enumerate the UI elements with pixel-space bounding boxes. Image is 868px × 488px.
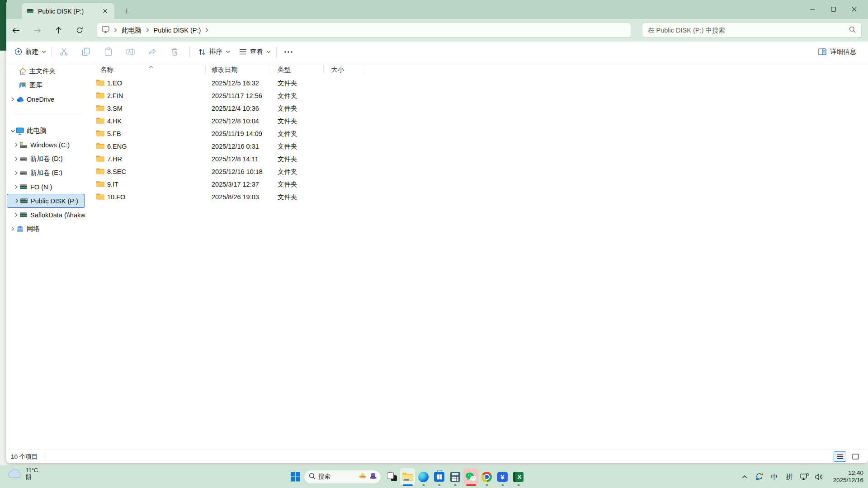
chevron-right-icon[interactable] — [14, 198, 20, 203]
drive-icon — [19, 155, 28, 163]
file-row[interactable]: 4.HK 2025/12/8 10:04 文件夹 — [90, 115, 868, 127]
status-bar: 10 个项目 — [6, 450, 868, 463]
address-bar[interactable]: 此电脑 Public DISK (P:) — [97, 23, 631, 38]
copy-button[interactable] — [78, 44, 94, 60]
excel-taskbar-icon[interactable]: X — [510, 467, 526, 487]
chevron-down-icon — [226, 50, 230, 53]
ime-language-indicator[interactable]: 中 — [769, 470, 780, 483]
network-drive-icon — [19, 211, 28, 219]
cut-button[interactable] — [56, 44, 72, 60]
file-row[interactable]: 7.HR 2025/12/8 14:11 文件夹 — [90, 153, 868, 165]
search-icon — [309, 473, 316, 481]
explorer-tab[interactable]: Public DISK (P:) — [22, 3, 114, 19]
file-explorer-taskbar-icon[interactable] — [400, 467, 415, 487]
ethernet-icon[interactable] — [798, 470, 810, 483]
weather-widget[interactable]: 11°C 阴 — [7, 467, 38, 481]
file-type: 文件夹 — [271, 180, 324, 189]
taskbar-center: 搜索 — [287, 465, 526, 488]
file-row[interactable]: 9.IT 2025/3/17 12:37 文件夹 — [90, 178, 868, 191]
sidebar-item-gallery[interactable]: 图库 — [7, 78, 85, 92]
column-header-date[interactable]: 修改日期 — [206, 65, 271, 74]
sidebar-item-network[interactable]: 网络 — [7, 222, 85, 236]
chevron-right-icon[interactable] — [113, 26, 118, 34]
chevron-right-icon[interactable] — [9, 226, 16, 231]
paste-button[interactable] — [100, 44, 116, 60]
forward-button[interactable] — [29, 23, 45, 38]
file-row[interactable]: 3.SM 2025/12/4 10:36 文件夹 — [90, 102, 868, 115]
sidebar-item-drive-d[interactable]: 新加卷 (D:) — [7, 152, 85, 166]
file-row[interactable]: 10.FO 2025/8/26 19:03 文件夹 — [90, 191, 868, 203]
close-button[interactable] — [844, 0, 864, 18]
chevron-down-icon[interactable] — [9, 129, 16, 133]
sidebar-item-onedrive[interactable]: OneDrive — [7, 92, 85, 106]
edge-taskbar-icon[interactable] — [415, 467, 431, 487]
sidebar-item-drive-e[interactable]: 新加卷 (E:) — [7, 166, 85, 180]
file-explorer-window: Public DISK (P:) — [6, 0, 868, 463]
view-button[interactable]: 查看 — [235, 44, 275, 60]
search-box[interactable]: 在 Public DISK (P:) 中搜索 — [642, 23, 862, 38]
rename-button[interactable] — [122, 44, 138, 60]
file-type: 文件夹 — [271, 79, 324, 88]
sidebar-item-drive-c[interactable]: Windows (C:) — [7, 138, 85, 152]
breadcrumb-this-pc[interactable]: 此电脑 — [122, 26, 142, 35]
sort-button[interactable]: 排序 — [193, 44, 235, 60]
column-header-size[interactable]: 大小 — [324, 65, 365, 74]
sidebar-item-drive-p-selected[interactable]: Public DISK (P:) — [7, 194, 85, 208]
details-pane-toggle[interactable]: 详细信息 — [814, 45, 860, 59]
sidebar-item-drive-saflok[interactable]: SaflokData (\\hakwe — [7, 208, 85, 222]
file-date: 2025/12/16 0:31 — [206, 143, 271, 150]
start-button[interactable] — [287, 467, 304, 487]
sidebar-item-drive-n[interactable]: FO (N:) — [7, 180, 85, 194]
chevron-right-icon[interactable] — [13, 170, 19, 175]
chevron-right-icon[interactable] — [205, 26, 209, 34]
file-row[interactable]: 6.ENG 2025/12/16 0:31 文件夹 — [90, 140, 868, 153]
ime-mode-indicator[interactable]: 拼 — [783, 470, 795, 483]
wechat-taskbar-icon[interactable] — [463, 467, 479, 487]
chevron-right-icon[interactable] — [13, 156, 19, 161]
file-row[interactable]: 2.FIN 2025/11/17 12:56 文件夹 — [90, 89, 868, 102]
new-tab-button[interactable] — [120, 5, 133, 17]
hidden-icons-chevron[interactable] — [739, 470, 750, 483]
sync-icon[interactable] — [754, 470, 765, 483]
chevron-down-icon — [42, 50, 46, 53]
delete-button[interactable] — [166, 44, 183, 60]
tab-close-button[interactable] — [100, 6, 110, 16]
sidebar-item-this-pc[interactable]: 此电脑 — [7, 124, 85, 138]
back-button[interactable] — [8, 23, 24, 38]
file-row[interactable]: 8.SEC 2025/12/16 10:18 文件夹 — [90, 165, 868, 178]
sidebar-item-home[interactable]: 主文件夹 — [7, 64, 85, 78]
network-drive-icon — [20, 197, 28, 205]
share-button[interactable] — [144, 44, 160, 60]
sidebar-separator — [6, 106, 90, 124]
chevron-right-icon[interactable] — [13, 142, 19, 147]
chevron-right-icon[interactable] — [9, 97, 16, 102]
payment-app-taskbar-icon[interactable]: ¥ — [495, 467, 510, 487]
chevron-right-icon[interactable] — [13, 212, 19, 217]
calculator-taskbar-icon[interactable] — [447, 467, 463, 487]
chevron-right-icon[interactable] — [146, 26, 150, 34]
store-taskbar-icon[interactable] — [431, 467, 447, 487]
file-row[interactable]: 5.FB 2025/11/19 14:09 文件夹 — [90, 127, 868, 140]
volume-icon[interactable] — [813, 470, 825, 483]
details-view-button[interactable] — [834, 451, 846, 462]
new-button[interactable]: 新建 — [10, 44, 51, 60]
search-icon[interactable] — [849, 26, 856, 35]
taskbar-search[interactable]: 搜索 — [304, 470, 381, 484]
breadcrumb-current[interactable]: Public DISK (P:) — [154, 27, 201, 34]
up-button[interactable] — [51, 23, 66, 38]
refresh-button[interactable] — [72, 23, 87, 38]
large-icons-view-button[interactable] — [849, 451, 862, 462]
file-name: 2.FIN — [107, 92, 123, 99]
chrome-taskbar-icon[interactable] — [479, 467, 495, 487]
tray-time: 12:40 — [848, 469, 863, 476]
clock[interactable]: 12:40 2025/12/16 — [828, 469, 863, 484]
file-row[interactable]: 1.EO 2025/12/5 16:32 文件夹 — [90, 77, 868, 89]
weather-condition: 阴 — [26, 474, 32, 480]
maximize-button[interactable] — [823, 0, 844, 18]
more-options-button[interactable] — [280, 44, 297, 60]
minimize-button[interactable] — [802, 0, 823, 18]
column-header-type[interactable]: 类型 — [271, 65, 324, 74]
task-view-button[interactable] — [384, 467, 400, 487]
chevron-right-icon[interactable] — [13, 184, 19, 189]
column-header-name[interactable]: 名称 — [90, 65, 206, 74]
